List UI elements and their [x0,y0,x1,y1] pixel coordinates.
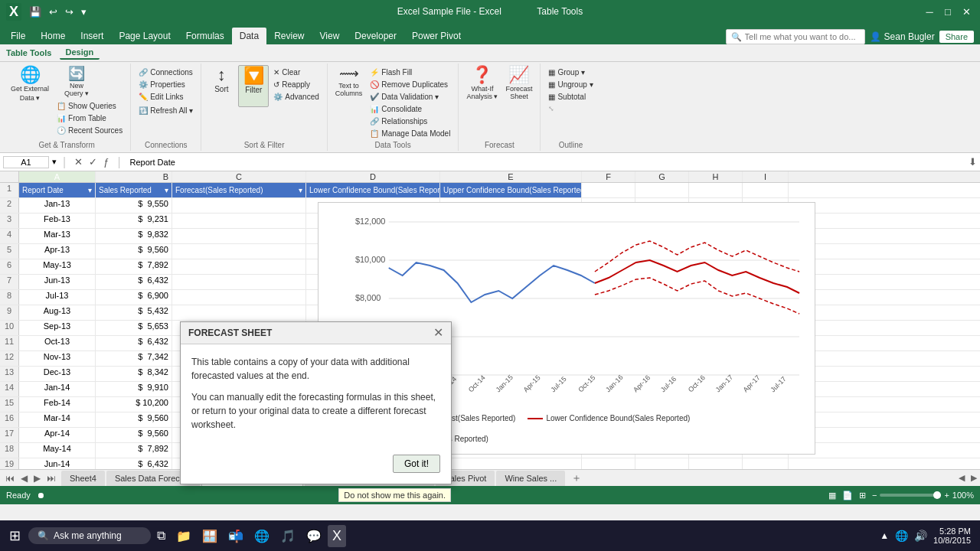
close-btn[interactable]: ✕ [959,4,974,19]
forecast-sheet-btn[interactable]: 📈 ForecastSheet [502,65,535,107]
confirm-formula-btn[interactable]: ✓ [87,155,100,168]
tab-nav-first[interactable]: ⏮ [3,472,17,484]
data-validation-btn[interactable]: ✔️ Data Validation ▾ [367,91,453,103]
refresh-all-btn[interactable]: 🔃 Refresh All ▾ [136,105,196,116]
remove-duplicates-btn[interactable]: 🚫 Remove Duplicates [367,79,453,90]
taskbar-excel-btn[interactable]: X [328,525,346,547]
formula-expand-btn[interactable]: ⬇ [969,156,977,168]
zoom-out-btn[interactable]: − [872,491,877,500]
col-header-i[interactable]: I [743,171,789,182]
sheet-scroll-left[interactable]: ◀ [959,473,965,483]
header-cell-d[interactable]: Lower Confidence Bound(Sales Reported) ▾ [306,183,440,197]
search-input[interactable] [745,32,860,41]
edit-links-btn[interactable]: ✏️ Edit Links [136,91,196,103]
tab-nav-next[interactable]: ▶ [31,472,43,484]
taskbar-file-explorer-btn[interactable]: 📁 [172,526,196,546]
maximize-btn[interactable]: □ [940,4,956,19]
redo-qa-btn[interactable]: ↪ [62,5,77,19]
zoom-in-btn[interactable]: + [944,491,949,500]
col-header-d[interactable]: D [306,171,440,182]
tab-page-layout[interactable]: Page Layout [111,28,178,44]
tell-me-search[interactable]: 🔍 [726,29,865,44]
undo-qa-btn[interactable]: ↩ [46,5,60,19]
cell-g1[interactable] [635,183,689,197]
tab-file[interactable]: File [3,28,33,44]
taskbar-music-btn[interactable]: 🎵 [276,526,300,546]
expand-btn[interactable]: ⤡ [545,103,596,114]
cancel-formula-btn[interactable]: ✕ [72,155,85,168]
col-header-b[interactable]: B [96,171,172,182]
header-cell-a[interactable]: Report Date ▾ [19,183,96,197]
col-header-c[interactable]: C [172,171,306,182]
taskbar-skype-btn[interactable]: 💬 [302,526,326,546]
show-queries-btn[interactable]: 📋 Show Queries [54,100,126,112]
view-normal-btn[interactable]: ▦ [828,491,836,500]
cell-ref-dropdown[interactable]: ▾ [52,157,57,167]
properties-btn[interactable]: ⚙️ Properties [136,79,196,90]
filter-btn[interactable]: 🔽 Filter [238,65,269,107]
consolidate-btn[interactable]: 📊 Consolidate [367,103,453,115]
sheet-tab-sheet4[interactable]: Sheet4 [61,471,105,486]
insert-function-btn[interactable]: ƒ [101,155,111,168]
cell-i1[interactable] [743,183,789,197]
what-if-btn[interactable]: ❓ What-IfAnalysis ▾ [463,65,501,107]
flash-fill-btn[interactable]: ⚡ Flash Fill [367,67,453,78]
col-header-e[interactable]: E [440,171,582,182]
taskbar-windows-btn[interactable]: 🪟 [198,526,222,546]
sheet-scroll-right[interactable]: ▶ [971,473,977,483]
start-btn[interactable]: ⊞ [3,524,27,547]
connections-btn[interactable]: 🔗 Connections [136,67,196,78]
save-qa-btn[interactable]: 💾 [26,5,44,19]
dialog-close-btn[interactable]: ✕ [433,327,443,339]
row-num[interactable]: 1 [0,183,19,197]
add-sheet-btn[interactable]: ＋ [567,471,586,485]
subtotal-btn[interactable]: ▦ Subtotal [545,91,596,103]
recent-sources-btn[interactable]: 🕑 Recent Sources [54,125,126,136]
taskbar-search-box[interactable]: 🔍 Ask me anything [28,527,151,544]
cell-ref-input[interactable] [3,156,49,168]
tray-up-btn[interactable]: ▲ [880,530,889,541]
user-info[interactable]: 👤 Sean Bugler [870,31,935,42]
taskbar-store-btn[interactable]: 📬 [224,526,248,546]
group-btn[interactable]: ▦ Group ▾ [545,67,596,78]
text-to-columns-btn[interactable]: ⟿ Text toColumns [332,65,366,107]
tab-view[interactable]: View [312,28,348,44]
tab-home[interactable]: Home [33,28,73,44]
cell-h1[interactable] [689,183,743,197]
view-page-btn[interactable]: 📄 [842,491,853,500]
col-header-g[interactable]: G [635,171,689,182]
col-header-a[interactable]: A [19,171,96,182]
sort-btn[interactable]: ↕️ Sort [206,65,237,107]
filter-arrow-c[interactable]: ▾ [299,186,302,194]
zoom-slider[interactable] [880,494,941,497]
clear-btn[interactable]: ✕ Clear [270,67,322,78]
filter-arrow-b[interactable]: ▾ [165,186,168,194]
header-cell-b[interactable]: Sales Reported ▾ [96,183,172,197]
new-query-btn[interactable]: 🔄 NewQuery ▾ [54,65,100,99]
tab-review[interactable]: Review [266,28,312,44]
manage-model-btn[interactable]: 📋 Manage Data Model [367,128,453,139]
minimize-btn[interactable]: ─ [922,4,937,19]
advanced-btn[interactable]: ⚙️ Advanced [270,91,322,103]
header-cell-e[interactable]: Upper Confidence Bound(Sales Reported) ▾ [440,183,582,197]
taskbar-chrome-btn[interactable]: 🌐 [250,526,274,546]
col-header-h[interactable]: H [689,171,743,182]
header-cell-c[interactable]: Forecast(Sales Reported) ▾ [172,183,306,197]
ungroup-btn[interactable]: ▦ Ungroup ▾ [545,79,596,90]
share-button[interactable]: Share [939,31,974,43]
from-table-btn[interactable]: 📊 From Table [54,112,126,124]
tab-nav-prev[interactable]: ◀ [18,472,30,484]
filter-arrow-a[interactable]: ▾ [88,186,92,194]
cell-f1[interactable] [582,183,635,197]
relationships-btn[interactable]: 🔗 Relationships [367,116,453,127]
tab-insert[interactable]: Insert [73,28,111,44]
get-external-data-btn[interactable]: 🌐 Get ExternalData ▾ [8,65,52,107]
clock[interactable]: 5:28 PM 10/8/2015 [933,527,971,545]
view-break-btn[interactable]: ⊞ [859,491,866,500]
tab-design[interactable]: Design [60,46,100,60]
tab-formulas[interactable]: Formulas [178,28,232,44]
tab-developer[interactable]: Developer [347,28,404,44]
col-header-f[interactable]: F [582,171,635,182]
tab-power-pivot[interactable]: Power Pivot [404,28,469,44]
tab-data[interactable]: Data [232,28,266,44]
